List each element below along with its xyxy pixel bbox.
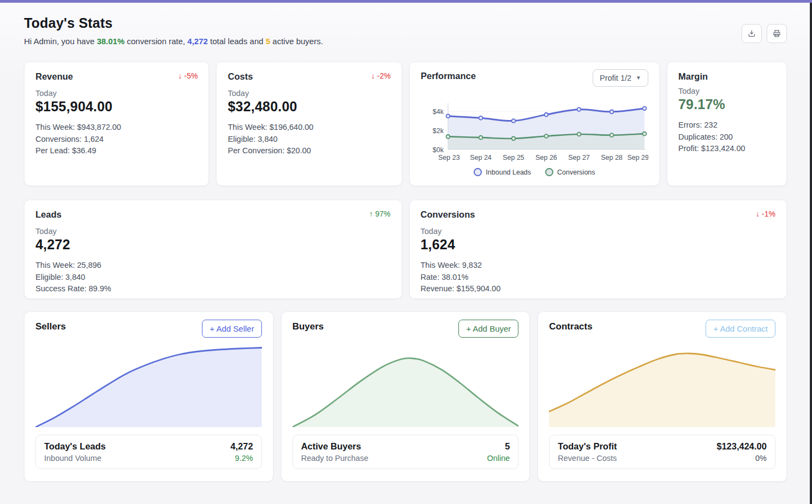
svg-text:$0k: $0k — [433, 146, 444, 154]
costs-today-value: $32,480.00 — [228, 99, 390, 115]
detail-line: Revenue: $155,904.00 — [421, 283, 776, 295]
subtitle-text: Hi Admin, you have — [24, 37, 97, 46]
svg-text:Sep 29: Sep 29 — [627, 154, 648, 161]
detail-line: Eligible: 3,840 — [35, 272, 391, 284]
badge-value: -5% — [184, 71, 198, 80]
add-buyer-button[interactable]: + Add Buyer — [458, 320, 518, 338]
download-button[interactable] — [742, 24, 762, 43]
contracts-card: Contracts + Add Contract Today's Profit … — [538, 311, 787, 482]
summary-title: Active Buyers — [301, 441, 361, 452]
period-label: Today — [35, 89, 198, 98]
detail-line: Profit: $123,424.00 — [678, 143, 775, 155]
revenue-card-title: Revenue — [35, 71, 73, 82]
revenue-today-value: $155,904.00 — [35, 99, 198, 115]
sellers-summary: Today's Leads 4,272 Inbound Volume 9.2% — [35, 435, 262, 469]
margin-card: Margin Today 79.17% Errors: 232 Duplicat… — [667, 62, 787, 186]
profit-dropdown[interactable]: Profit 1/2 ▼ — [593, 69, 648, 87]
costs-card: Costs ↓-2% Today $32,480.00 This Week: $… — [216, 62, 402, 186]
chevron-down-icon: ▼ — [636, 75, 641, 81]
subtitle-text: active buyers. — [270, 37, 323, 46]
legend-item[interactable]: Inbound Leads — [474, 168, 531, 176]
margin-details: Errors: 232 Duplicates: 200 Profit: $123… — [678, 119, 775, 155]
download-icon — [747, 29, 756, 38]
stats-row-3: Sellers + Add Seller Today's Leads 4,272… — [24, 311, 787, 482]
active-buyers-value: 5 — [266, 37, 270, 46]
svg-text:Sep 24: Sep 24 — [470, 154, 492, 161]
performance-legend: Inbound LeadsConversions — [421, 168, 648, 176]
legend-label: Inbound Leads — [486, 169, 531, 176]
period-label: Today — [421, 227, 776, 236]
summary-value: 4,272 — [230, 441, 253, 452]
svg-text:Sep 26: Sep 26 — [535, 154, 557, 161]
legend-label: Conversions — [557, 169, 595, 176]
badge-value: -1% — [762, 209, 775, 218]
detail-line: Per Conversion: $20.00 — [228, 145, 390, 157]
sellers-chart — [35, 345, 262, 427]
buyers-card-title: Buyers — [292, 321, 324, 332]
detail-line: Per Lead: $36.49 — [35, 145, 198, 157]
detail-line: Conversions: 1,624 — [35, 134, 198, 146]
legend-item[interactable]: Conversions — [545, 168, 595, 176]
detail-line: This Week: $943,872.00 — [35, 122, 198, 134]
arrow-down-icon: ↓ — [756, 209, 760, 218]
svg-text:$4k: $4k — [433, 108, 444, 116]
leads-card-title: Leads — [35, 209, 62, 220]
svg-text:Sep 28: Sep 28 — [601, 154, 623, 161]
period-label: Today — [678, 87, 775, 95]
add-contract-button[interactable]: + Add Contract — [706, 320, 775, 338]
detail-line: This Week: 9,832 — [421, 260, 776, 272]
legend-swatch — [545, 168, 553, 176]
page-title: Today's Stats — [24, 15, 323, 31]
print-button[interactable] — [767, 24, 787, 43]
summary-subvalue: 9.2% — [235, 454, 253, 463]
buyers-chart — [292, 345, 519, 427]
leads-card: Leads ↑97% Today 4,272 This Week: 25,896… — [24, 200, 402, 299]
contracts-chart — [549, 345, 775, 427]
summary-title: Today's Leads — [44, 441, 106, 452]
revenue-card: Revenue ↓-5% Today $155,904.00 This Week… — [24, 62, 209, 186]
summary-value: 5 — [505, 441, 510, 452]
detail-line: This Week: $196,640.00 — [228, 122, 390, 134]
subtitle-text: total leads and — [208, 37, 266, 46]
badge-value: 97% — [375, 209, 390, 218]
summary-subtitle: Ready to Purchase — [301, 454, 368, 463]
detail-line: Errors: 232 — [678, 119, 775, 131]
arrow-up-icon: ↑ — [369, 209, 373, 218]
period-label: Today — [228, 89, 390, 98]
summary-value: $123,424.00 — [717, 441, 767, 452]
summary-subvalue: 0% — [755, 454, 767, 463]
conversions-card: Conversions ↓-1% Today 1,624 This Week: … — [409, 200, 787, 299]
svg-text:Sep 27: Sep 27 — [568, 154, 590, 161]
sellers-card-title: Sellers — [35, 321, 66, 332]
sellers-card: Sellers + Add Seller Today's Leads 4,272… — [24, 311, 273, 482]
header-actions — [742, 24, 787, 43]
period-label: Today — [35, 227, 391, 236]
detail-line: Rate: 38.01% — [421, 272, 776, 284]
arrow-down-icon: ↓ — [371, 71, 375, 80]
performance-chart: $0k$2k$4kSep 23Sep 24Sep 25Sep 26Sep 27S… — [421, 92, 648, 165]
leads-today-value: 4,272 — [35, 237, 391, 253]
conversions-change-badge: ↓-1% — [756, 209, 775, 218]
detail-line: This Week: 25,896 — [35, 260, 391, 272]
subtitle-text: conversion rate, — [124, 37, 187, 46]
buyers-card: Buyers + Add Buyer Active Buyers 5 Ready… — [281, 311, 530, 482]
margin-card-title: Margin — [678, 71, 708, 82]
detail-line: Duplicates: 200 — [678, 131, 775, 143]
dropdown-label: Profit 1/2 — [600, 74, 631, 82]
revenue-details: This Week: $943,872.00 Conversions: 1,62… — [35, 122, 198, 157]
stats-row-2: Leads ↑97% Today 4,272 This Week: 25,896… — [24, 200, 787, 299]
margin-today-value: 79.17% — [678, 97, 775, 112]
performance-card: Performance Profit 1/2 ▼ $0k$2k$4kSep 23… — [409, 62, 660, 186]
svg-text:Sep 23: Sep 23 — [438, 154, 460, 161]
total-leads-value: 4,272 — [187, 37, 208, 46]
revenue-change-badge: ↓-5% — [178, 71, 198, 80]
costs-details: This Week: $196,640.00 Eligible: 3,840 P… — [228, 122, 390, 157]
detail-line: Success Rate: 89.9% — [35, 283, 391, 295]
detail-line: Eligible: 3,840 — [228, 134, 390, 146]
window-edge — [810, 0, 812, 504]
arrow-down-icon: ↓ — [178, 71, 182, 80]
legend-swatch — [474, 168, 482, 176]
add-seller-button[interactable]: + Add Seller — [202, 320, 261, 338]
page-header: Today's Stats Hi Admin, you have 38.01% … — [24, 15, 787, 46]
contracts-summary: Today's Profit $123,424.00 Revenue - Cos… — [549, 435, 775, 469]
